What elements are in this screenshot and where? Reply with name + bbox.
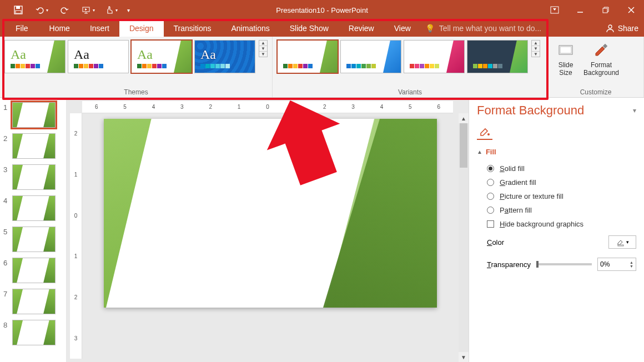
ribbon-tab-strip: File Home Insert Design Transitions Anim… <box>0 20 644 37</box>
tell-me-search[interactable]: 💡 Tell me what you want to do... <box>425 20 541 37</box>
theme-thumb-4[interactable]: Aa <box>194 40 255 73</box>
close-button[interactable] <box>618 0 644 20</box>
group-themes: Aa Aa Aa Aa ▲▼▼ Themes <box>0 37 273 97</box>
theme-thumb-2[interactable]: Aa <box>68 40 129 73</box>
start-from-beginning-button[interactable]: ▾ <box>77 0 100 20</box>
variant-thumb-3[interactable] <box>404 40 465 73</box>
slide-thumbnail-5[interactable]: 5 <box>3 227 63 252</box>
color-picker-button[interactable]: ▾ <box>608 235 636 249</box>
variant-thumb-1[interactable] <box>277 40 338 73</box>
ruler-tick: 0 <box>74 213 78 219</box>
slide-thumbnail-6[interactable]: 6 <box>3 258 63 283</box>
slide-thumbnail-8[interactable]: 8 <box>3 320 63 345</box>
undo-button[interactable]: ▾ <box>30 0 53 20</box>
ribbon-display-button[interactable] <box>542 0 567 20</box>
tab-home[interactable]: Home <box>39 20 80 37</box>
variants-gallery-spinner[interactable]: ▲▼▼ <box>531 40 540 57</box>
option-gradient-fill[interactable]: Gradient fill <box>477 175 636 189</box>
slide-thumbnail-3[interactable]: 3 <box>3 164 63 190</box>
work-area: 12345678 6543210123456 210123 ▲ ▼ <box>0 98 644 362</box>
slide-decor-right <box>281 119 437 308</box>
save-button[interactable] <box>7 0 30 20</box>
radio-icon <box>487 179 494 186</box>
ruler-tick: 1 <box>74 172 78 178</box>
title-bar: ▾ ▾ ▾ ▾ Presentation10 - PowerPoint <box>0 0 644 20</box>
section-fill-label: Fill <box>486 148 496 156</box>
tab-view[interactable]: View <box>384 20 421 37</box>
tab-slide-show[interactable]: Slide Show <box>280 20 339 37</box>
transparency-label: ransparency <box>491 260 531 269</box>
color-label: olor <box>492 238 504 247</box>
slide-size-icon <box>557 41 575 59</box>
thumb-preview <box>12 289 56 314</box>
themes-gallery-spinner[interactable]: ▲▼▼ <box>259 40 268 57</box>
slide-thumbnail-2[interactable]: 2 <box>3 133 63 159</box>
thumb-number: 3 <box>3 164 10 174</box>
ruler-tick: 1 <box>295 104 298 110</box>
slide-thumbnail-4[interactable]: 4 <box>3 195 63 221</box>
tab-design[interactable]: Design <box>119 20 164 37</box>
pane-title: Format Background <box>477 103 584 118</box>
option-pattern-fill[interactable]: Pattern fill <box>477 203 636 217</box>
variants-gallery: ▲▼▼ <box>277 40 540 86</box>
tab-file[interactable]: File <box>4 20 39 37</box>
fill-category-icon[interactable] <box>477 124 492 140</box>
scroll-thumb[interactable] <box>460 123 467 168</box>
thumb-preview <box>12 320 56 345</box>
qat-customize-button[interactable]: ▾ <box>123 0 133 20</box>
tab-transitions[interactable]: Transitions <box>164 20 222 37</box>
variant-thumb-2[interactable] <box>340 40 401 73</box>
ruler-tick: 3 <box>351 104 355 110</box>
thumb-preview <box>12 195 56 221</box>
thumb-preview <box>12 227 56 252</box>
radio-icon <box>487 165 494 172</box>
format-background-button[interactable]: Format Background <box>579 40 623 86</box>
ruler-tick: 6 <box>95 104 98 110</box>
share-button[interactable]: Share <box>600 20 644 37</box>
vertical-scrollbar[interactable]: ▲ ▼ <box>459 113 469 362</box>
restore-button[interactable] <box>593 0 618 20</box>
ruler-tick: 6 <box>437 104 440 110</box>
slide-editor: 6543210123456 210123 ▲ ▼ <box>67 98 469 362</box>
tab-review[interactable]: Review <box>339 20 384 37</box>
thumb-number: 5 <box>3 227 10 236</box>
redo-button[interactable] <box>53 0 77 20</box>
slide-canvas[interactable] <box>104 119 437 308</box>
paint-bucket-icon <box>479 125 491 138</box>
stepper-arrows-icon: ▲▼ <box>630 260 633 268</box>
quick-access-toolbar: ▾ ▾ ▾ ▾ <box>0 0 133 20</box>
thumb-preview <box>12 133 56 159</box>
radio-icon <box>487 207 494 214</box>
scroll-down-button[interactable]: ▼ <box>459 352 469 362</box>
slide-size-button[interactable]: Slide Size <box>552 40 579 86</box>
variant-thumb-4[interactable] <box>467 40 528 73</box>
tab-animations[interactable]: Animations <box>221 20 279 37</box>
touch-mode-button[interactable]: ▾ <box>100 0 123 20</box>
theme-thumb-1[interactable]: Aa <box>4 40 66 73</box>
option-picture-fill[interactable]: Picture or texture fill <box>477 189 636 203</box>
slide-thumbnail-7[interactable]: 7 <box>3 289 63 314</box>
group-label-customize: Customize <box>548 88 643 96</box>
slide-thumbnail-pane[interactable]: 12345678 <box>0 98 67 362</box>
group-customize: Slide Size Format Background Customize <box>548 37 644 97</box>
option-solid-fill[interactable]: Solid fill <box>477 162 636 175</box>
scroll-track[interactable] <box>459 123 469 352</box>
format-bg-label: Format Background <box>583 61 619 77</box>
opt-solid-label: olid fill <box>505 164 525 173</box>
minimize-button[interactable] <box>567 0 593 20</box>
slide-thumbnail-1[interactable]: 1 <box>3 102 63 128</box>
ruler-tick: 2 <box>209 104 212 110</box>
group-label-themes: Themes <box>0 88 272 96</box>
slide-size-label: Slide Size <box>559 61 573 77</box>
slide-decor-left <box>104 119 159 308</box>
thumb-number: 4 <box>3 195 10 205</box>
pane-menu-button[interactable]: ▾ <box>633 107 636 114</box>
tab-insert[interactable]: Insert <box>80 20 119 37</box>
scroll-up-button[interactable]: ▲ <box>459 113 469 123</box>
thumb-preview <box>12 258 56 283</box>
section-fill[interactable]: ▲Fill <box>477 148 636 156</box>
transparency-spinbox[interactable]: 0% ▲▼ <box>597 258 636 271</box>
transparency-slider[interactable] <box>536 263 592 265</box>
theme-thumb-3[interactable]: Aa <box>131 40 192 73</box>
option-hide-graphics[interactable]: Hide background graphics <box>477 217 636 231</box>
